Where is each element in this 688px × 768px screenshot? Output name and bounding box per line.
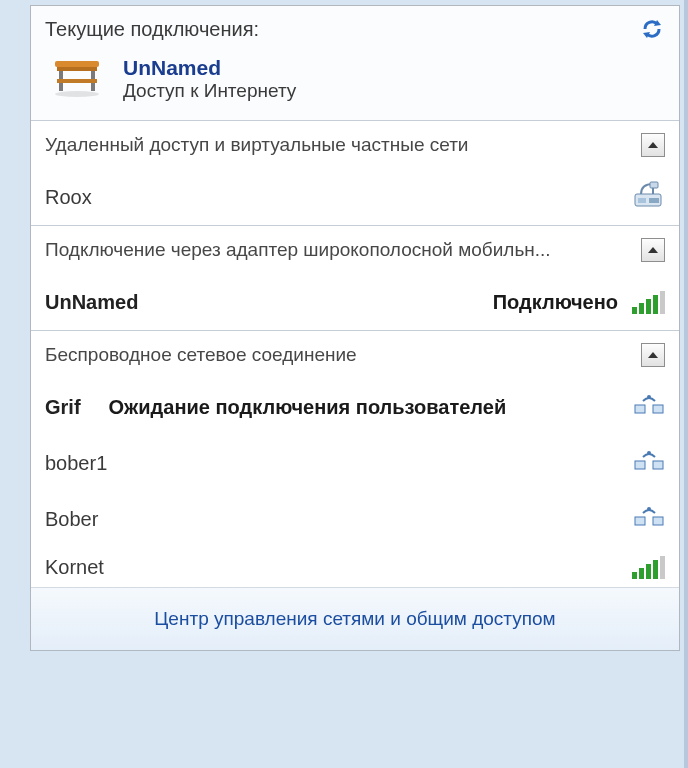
modem-icon xyxy=(631,180,665,214)
collapse-button[interactable] xyxy=(641,133,665,157)
network-status: Ожидание подключения пользователей xyxy=(109,396,507,419)
signal-icon xyxy=(632,290,665,314)
svg-rect-6 xyxy=(57,79,97,83)
network-name: Grif xyxy=(45,396,81,419)
svg-rect-18 xyxy=(635,461,645,469)
adhoc-icon xyxy=(633,505,665,533)
broadband-section-title: Подключение через адаптер широкополосной… xyxy=(45,239,551,261)
network-item-bober1[interactable]: bober1 xyxy=(45,435,665,491)
network-status: Подключено xyxy=(493,291,618,314)
network-flyout: Текущие подключения: xyxy=(30,5,680,651)
svg-marker-8 xyxy=(648,142,658,148)
svg-rect-16 xyxy=(653,405,663,413)
svg-rect-19 xyxy=(653,461,663,469)
svg-rect-10 xyxy=(638,198,646,203)
current-connections-title: Текущие подключения: xyxy=(45,6,259,41)
refresh-icon[interactable] xyxy=(639,6,665,46)
svg-point-23 xyxy=(647,507,651,511)
network-item-kornet[interactable]: Kornet xyxy=(45,547,665,587)
svg-rect-3 xyxy=(57,67,97,71)
svg-point-7 xyxy=(55,91,99,97)
network-name: UnNamed xyxy=(45,291,138,314)
bench-icon xyxy=(51,57,107,101)
svg-rect-2 xyxy=(55,61,99,67)
adhoc-icon xyxy=(633,449,665,477)
svg-point-17 xyxy=(647,395,651,399)
network-item-grif[interactable]: Grif Ожидание подключения пользователей xyxy=(45,379,665,435)
dialup-section-title: Удаленный доступ и виртуальные частные с… xyxy=(45,134,468,156)
network-name: Roox xyxy=(45,186,92,209)
current-connection-name: UnNamed xyxy=(123,56,296,80)
footer: Центр управления сетями и общим доступом xyxy=(31,587,679,650)
network-item-bober[interactable]: Bober xyxy=(45,491,665,547)
svg-marker-14 xyxy=(648,352,658,358)
network-name: Bober xyxy=(45,508,98,531)
svg-rect-12 xyxy=(650,182,658,188)
svg-rect-11 xyxy=(649,198,659,203)
svg-rect-22 xyxy=(653,517,663,525)
svg-rect-15 xyxy=(635,405,645,413)
network-name: bober1 xyxy=(45,452,107,475)
svg-marker-13 xyxy=(648,247,658,253)
svg-point-20 xyxy=(647,451,651,455)
adhoc-icon xyxy=(633,393,665,421)
svg-rect-21 xyxy=(635,517,645,525)
wireless-section-title: Беспроводное сетевое соединение xyxy=(45,344,357,366)
collapse-button[interactable] xyxy=(641,238,665,262)
signal-icon xyxy=(632,555,665,579)
collapse-button[interactable] xyxy=(641,343,665,367)
network-name: Kornet xyxy=(45,556,104,579)
current-connection-status: Доступ к Интернету xyxy=(123,80,296,102)
network-center-link[interactable]: Центр управления сетями и общим доступом xyxy=(154,608,555,630)
network-item-roox[interactable]: Roox xyxy=(45,169,665,225)
network-item-unnamed[interactable]: UnNamed Подключено xyxy=(45,274,665,330)
